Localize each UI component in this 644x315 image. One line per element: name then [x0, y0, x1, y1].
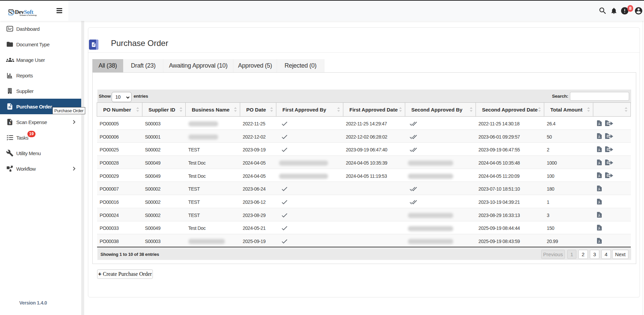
svg-text:$: $	[9, 121, 10, 125]
